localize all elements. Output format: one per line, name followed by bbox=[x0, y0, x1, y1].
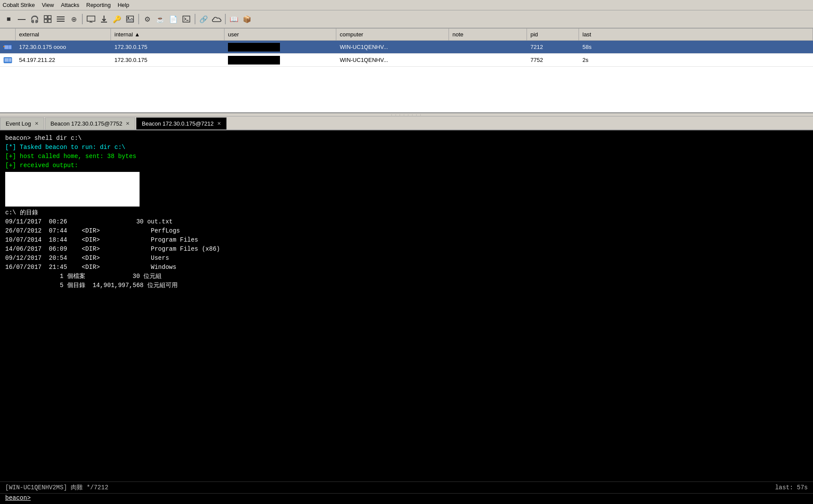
td-last-1: 58s bbox=[579, 41, 813, 53]
terminal-redacted-image bbox=[5, 172, 140, 207]
th-note[interactable]: note bbox=[449, 29, 527, 40]
table-row[interactable]: 172.30.0.175 oooo 172.30.0.175 WIN-UC1QE… bbox=[0, 41, 813, 54]
td-pid-2: 7752 bbox=[527, 54, 579, 66]
terminal-line: 10/07/2014 18:44 <DIR> Program Files bbox=[5, 236, 808, 245]
terminal-line: 5 個目錄 14,901,997,568 位元組可用 bbox=[5, 281, 808, 290]
td-internal-2: 172.30.0.175 bbox=[111, 54, 224, 66]
download-icon bbox=[101, 15, 107, 23]
download-button[interactable] bbox=[98, 13, 110, 25]
th-user[interactable]: user bbox=[224, 29, 336, 40]
tab-label-beacon-7212: Beacon 172.30.0.175@7212 bbox=[142, 120, 214, 127]
terminal-line: 26/07/2012 07:44 <DIR> PerfLogs bbox=[5, 226, 808, 236]
table-body: 172.30.0.175 oooo 172.30.0.175 WIN-UC1QE… bbox=[0, 41, 813, 67]
input-line[interactable]: beacon> bbox=[0, 493, 813, 504]
th-icon[interactable] bbox=[0, 29, 16, 40]
image-button[interactable] bbox=[124, 13, 136, 25]
toolbar-sep-2 bbox=[138, 14, 139, 24]
terminal-line: 09/12/2017 20:54 <DIR> Users bbox=[5, 254, 808, 263]
terminal-button[interactable] bbox=[180, 13, 192, 25]
beacon-table-panel: external internal ▲ user computer note p… bbox=[0, 29, 813, 113]
th-last[interactable]: last bbox=[579, 29, 813, 40]
gear-button[interactable]: ⚙ bbox=[141, 13, 153, 25]
terminal-line: beacon> shell dir c:\ bbox=[5, 134, 808, 143]
terminal-line: [+] received output: bbox=[5, 161, 808, 170]
tab-beacon-7212[interactable]: Beacon 172.30.0.175@7212 ✕ bbox=[136, 117, 227, 129]
grid-button[interactable] bbox=[42, 13, 54, 25]
td-internal-1: 172.30.0.175 bbox=[111, 41, 224, 53]
beacon-icon-1 bbox=[3, 43, 12, 51]
td-external-1: 172.30.0.175 oooo bbox=[16, 41, 111, 53]
target-button[interactable]: ⊕ bbox=[68, 13, 80, 25]
cloud-button[interactable] bbox=[211, 13, 223, 25]
computer-value-2: WIN-UC1QENHV... bbox=[340, 57, 388, 63]
status-left: [WIN-UC1QENHV2MS] 肉雞 */7212 bbox=[5, 484, 108, 491]
svg-rect-3 bbox=[48, 19, 51, 23]
toolbar-sep-3 bbox=[195, 14, 195, 24]
svg-rect-2 bbox=[44, 19, 47, 23]
tab-close-beacon-7212[interactable]: ✕ bbox=[217, 121, 221, 126]
menu-cobalt-strike[interactable]: Cobalt Strike bbox=[3, 2, 35, 8]
tab-close-beacon-7752[interactable]: ✕ bbox=[126, 121, 130, 126]
th-pid[interactable]: pid bbox=[527, 29, 579, 40]
document-button[interactable]: 📄 bbox=[167, 13, 179, 25]
terminal-line: 09/11/2017 00:26 30 out.txt bbox=[5, 217, 808, 226]
menu-help[interactable]: Help bbox=[117, 2, 129, 8]
tab-close-event-log[interactable]: ✕ bbox=[35, 121, 39, 126]
book-button[interactable]: 📖 bbox=[228, 13, 240, 25]
input-prompt: beacon> bbox=[5, 494, 31, 501]
table-row[interactable]: 54.197.211.22 172.30.0.175 WIN-UC1QENHV.… bbox=[0, 54, 813, 67]
tab-label-beacon-7752: Beacon 172.30.0.175@7752 bbox=[51, 120, 123, 127]
svg-rect-7 bbox=[87, 16, 95, 21]
tab-event-log[interactable]: Event Log ✕ bbox=[0, 117, 44, 129]
th-computer[interactable]: computer bbox=[336, 29, 449, 40]
toolbar-sep-1 bbox=[82, 14, 83, 24]
td-computer-1: WIN-UC1QENHV... bbox=[336, 41, 449, 53]
terminal-line: 1 個檔案 30 位元組 bbox=[5, 272, 808, 281]
td-user-1 bbox=[224, 41, 336, 53]
external-value-1: 172.30.0.175 oooo bbox=[19, 44, 66, 50]
pid-value-2: 7752 bbox=[530, 57, 543, 63]
computer-value-1: WIN-UC1QENHV... bbox=[340, 44, 388, 50]
screen-icon bbox=[87, 16, 95, 23]
svg-rect-20 bbox=[5, 58, 9, 61]
terminal-line: 16/07/2017 21:45 <DIR> Windows bbox=[5, 263, 808, 272]
svg-rect-16 bbox=[5, 45, 9, 48]
tab-label-event-log: Event Log bbox=[6, 120, 31, 127]
box-button[interactable]: 📦 bbox=[241, 13, 253, 25]
status-bar: [WIN-UC1QENHV2MS] 肉雞 */7212 last: 57s bbox=[0, 481, 813, 493]
user-redacted-2 bbox=[228, 56, 280, 65]
remove-button[interactable]: — bbox=[16, 13, 28, 25]
add-button[interactable]: ■ bbox=[3, 13, 15, 25]
terminal[interactable]: beacon> shell dir c:\ [*] Tasked beacon … bbox=[0, 130, 813, 481]
image-icon bbox=[126, 16, 134, 23]
svg-rect-17 bbox=[9, 45, 12, 48]
menu-reporting[interactable]: Reporting bbox=[86, 2, 111, 8]
td-note-1 bbox=[449, 41, 527, 53]
list-button[interactable] bbox=[55, 13, 67, 25]
beacon-icon-2 bbox=[3, 57, 12, 64]
resize-handle[interactable]: · · · · · · · · bbox=[0, 113, 813, 116]
svg-rect-0 bbox=[44, 16, 47, 19]
terminal-line: [*] Tasked beacon to run: dir c:\ bbox=[5, 143, 808, 152]
headset-button[interactable]: 🎧 bbox=[29, 13, 41, 25]
td-icon-1 bbox=[0, 41, 16, 53]
th-internal[interactable]: internal ▲ bbox=[111, 29, 224, 40]
bottom-panel: Event Log ✕ Beacon 172.30.0.175@7752 ✕ B… bbox=[0, 116, 813, 504]
th-external[interactable]: external bbox=[16, 29, 111, 40]
td-pid-1: 7212 bbox=[527, 41, 579, 53]
cloud-icon bbox=[212, 16, 221, 23]
svg-rect-21 bbox=[9, 58, 11, 61]
coffee-button[interactable]: ☕ bbox=[154, 13, 166, 25]
tab-beacon-7752[interactable]: Beacon 172.30.0.175@7752 ✕ bbox=[45, 117, 136, 129]
menu-attacks[interactable]: Attacks bbox=[61, 2, 79, 8]
menu-view[interactable]: View bbox=[42, 2, 54, 8]
screen-button[interactable] bbox=[85, 13, 97, 25]
svg-rect-18 bbox=[3, 45, 5, 47]
link-button[interactable]: 🔗 bbox=[198, 13, 210, 25]
toolbar-sep-4 bbox=[225, 14, 226, 24]
status-right: last: 57s bbox=[775, 484, 808, 491]
key-button[interactable]: 🔑 bbox=[111, 13, 123, 25]
td-last-2: 2s bbox=[579, 54, 813, 66]
td-computer-2: WIN-UC1QENHV... bbox=[336, 54, 449, 66]
list-icon bbox=[57, 16, 65, 22]
